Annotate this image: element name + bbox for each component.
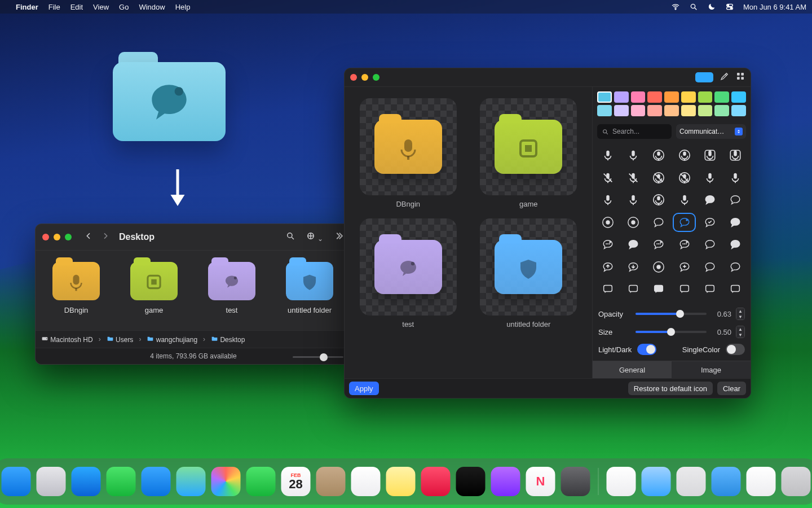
symbol-mic-wave-circle[interactable] bbox=[647, 190, 670, 209]
symbol-mic[interactable] bbox=[596, 146, 619, 165]
opacity-stepper[interactable]: ▲▼ bbox=[736, 308, 745, 320]
nav-forward-button[interactable] bbox=[99, 231, 112, 243]
icon-size-slider[interactable] bbox=[293, 353, 343, 361]
symbol-bubble-quote[interactable] bbox=[698, 235, 721, 254]
color-swatch[interactable] bbox=[698, 105, 713, 116]
dock-app-tv[interactable] bbox=[456, 467, 486, 496]
color-swatch[interactable] bbox=[647, 105, 662, 116]
category-select[interactable]: Communicat… bbox=[676, 124, 746, 139]
color-swatch[interactable] bbox=[698, 91, 713, 103]
dock-app-launchpad[interactable] bbox=[37, 467, 66, 496]
zoom-button[interactable] bbox=[65, 234, 72, 240]
symbol-bubble-square-fill[interactable] bbox=[647, 279, 670, 299]
menubar-clock[interactable]: Mon Jun 6 9:41 AM bbox=[743, 3, 806, 11]
menu-go[interactable]: Go bbox=[119, 3, 129, 11]
minimize-button[interactable] bbox=[361, 74, 368, 81]
toolbar-search-icon[interactable] bbox=[285, 231, 295, 243]
menu-view[interactable]: View bbox=[93, 3, 109, 11]
symbol-bubble-circle[interactable] bbox=[596, 213, 619, 232]
nav-back-button[interactable] bbox=[82, 231, 95, 243]
minimize-button[interactable] bbox=[54, 234, 60, 240]
finder-item[interactable]: DBngin bbox=[42, 262, 110, 314]
preview-item[interactable]: game bbox=[472, 98, 586, 208]
dock-app-trash[interactable] bbox=[782, 467, 811, 496]
symbol-mic-badge[interactable] bbox=[673, 190, 696, 209]
symbol-bubble-dots-right[interactable] bbox=[673, 235, 696, 254]
path-segment[interactable]: Desktop bbox=[211, 335, 245, 344]
spotlight-icon[interactable] bbox=[689, 2, 698, 11]
finder-content[interactable]: DBngingametestuntitled folder bbox=[36, 251, 351, 330]
color-swatch[interactable] bbox=[664, 105, 679, 116]
symbol-bubble-square-circle[interactable] bbox=[673, 279, 696, 299]
finder-pathbar[interactable]: Macintosh HD› Users› wangchujiang› Deskt… bbox=[36, 330, 351, 348]
dock-app-messages[interactable] bbox=[107, 467, 136, 496]
menu-window[interactable]: Window bbox=[139, 3, 165, 11]
dock-app-reminders[interactable] bbox=[351, 467, 381, 496]
finder-item[interactable]: game bbox=[120, 262, 188, 314]
symbol-mic-slash-circle-fill[interactable] bbox=[673, 168, 696, 187]
symbol-bubble-dots-fill[interactable] bbox=[621, 235, 645, 254]
symbol-bubble-check-fill[interactable] bbox=[724, 213, 747, 232]
dock-app-settings[interactable] bbox=[561, 467, 590, 496]
symbol-bubble-square-outline[interactable] bbox=[724, 279, 747, 299]
symbol-bubble-quote-fill[interactable] bbox=[724, 235, 747, 254]
close-button[interactable] bbox=[350, 74, 357, 81]
symbol-bubble-check[interactable] bbox=[698, 213, 721, 232]
color-swatch[interactable] bbox=[631, 91, 646, 103]
dock-app-calendar[interactable]: FEB28 bbox=[281, 467, 311, 496]
symbol-bubble-circle-fill[interactable] bbox=[621, 213, 645, 232]
symbol-bubble-square[interactable] bbox=[621, 279, 645, 299]
tab-general[interactable]: General bbox=[593, 361, 672, 378]
size-stepper[interactable]: ▲▼ bbox=[736, 326, 745, 338]
color-swatch[interactable] bbox=[597, 91, 612, 103]
symbol-bubble-down[interactable] bbox=[621, 257, 645, 277]
app-menu[interactable]: Finder bbox=[16, 3, 38, 11]
close-button[interactable] bbox=[42, 234, 49, 240]
dock-app-music[interactable] bbox=[421, 467, 451, 496]
color-swatch[interactable] bbox=[597, 105, 612, 116]
color-swatch[interactable] bbox=[681, 105, 696, 116]
symbol-bubble-plus[interactable] bbox=[673, 257, 696, 277]
menu-help[interactable]: Help bbox=[175, 3, 191, 11]
control-center-icon[interactable] bbox=[725, 2, 734, 11]
dock-app-news[interactable]: N bbox=[526, 467, 555, 496]
size-slider[interactable] bbox=[636, 331, 707, 333]
symbol-mic-square[interactable] bbox=[698, 146, 721, 165]
lightdark-switch[interactable] bbox=[637, 344, 656, 355]
dock-app-safari[interactable] bbox=[72, 467, 101, 496]
dock-app-podcasts[interactable] bbox=[491, 467, 520, 496]
symbol-mic-slash-circle[interactable] bbox=[647, 168, 670, 187]
apply-button[interactable]: Apply bbox=[349, 382, 379, 395]
symbol-bubble-square-dots[interactable] bbox=[596, 279, 619, 299]
symbol-mic-square-fill[interactable] bbox=[724, 146, 747, 165]
symbol-mic-circle[interactable] bbox=[647, 146, 670, 165]
symbol-mic-plus-fill[interactable] bbox=[724, 168, 747, 187]
dock-app-notes[interactable] bbox=[386, 467, 416, 496]
dock-app-blank[interactable] bbox=[677, 467, 706, 496]
menu-file[interactable]: File bbox=[48, 3, 60, 11]
color-swatch[interactable] bbox=[614, 91, 629, 103]
preview-item[interactable]: untitled folder bbox=[472, 218, 586, 329]
symbol-bubble-up[interactable] bbox=[596, 257, 619, 277]
color-swatch[interactable] bbox=[664, 91, 679, 103]
symbol-mic-plus[interactable] bbox=[698, 168, 721, 187]
dock-app-contacts[interactable] bbox=[316, 467, 346, 496]
symbol-bubble-left[interactable] bbox=[647, 213, 670, 232]
accent-color-button[interactable] bbox=[695, 72, 713, 82]
symbol-mic-wave[interactable] bbox=[596, 190, 619, 209]
dock-app-facetime[interactable] bbox=[246, 467, 276, 496]
symbol-mic-circle-fill[interactable] bbox=[673, 146, 696, 165]
symbol-bubble-arrows[interactable] bbox=[698, 257, 721, 277]
grid-toggle-icon[interactable] bbox=[736, 72, 745, 83]
preview-grid[interactable]: DBngingametestuntitled folder bbox=[345, 87, 592, 378]
menu-edit[interactable]: Edit bbox=[70, 3, 83, 11]
singlecolor-switch[interactable] bbox=[726, 344, 745, 355]
dock-app-mail[interactable] bbox=[142, 467, 171, 496]
dock-app-photos[interactable] bbox=[211, 467, 241, 496]
color-swatch[interactable] bbox=[714, 91, 729, 103]
color-swatch[interactable] bbox=[614, 105, 629, 116]
path-segment[interactable]: wangchujiang bbox=[147, 335, 197, 344]
path-segment[interactable]: Users bbox=[107, 335, 134, 344]
symbol-bubble-left-dot[interactable] bbox=[673, 213, 696, 232]
restore-default-button[interactable]: Restore to default icon bbox=[628, 382, 713, 395]
